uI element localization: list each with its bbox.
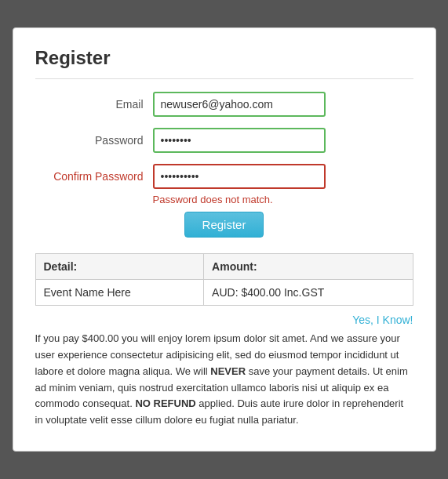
password-input[interactable] <box>153 128 326 153</box>
col2-header: Amount: <box>204 254 413 280</box>
password-label: Password <box>35 134 153 147</box>
email-label: Email <box>35 98 153 111</box>
confirm-password-row: Confirm Password <box>35 164 413 189</box>
info-text: If you pay $400.00 you will enjoy lorem … <box>35 331 413 429</box>
confirm-password-label: Confirm Password <box>35 170 153 183</box>
confirm-password-input[interactable] <box>153 164 326 189</box>
amount-cell: AUD: $400.00 Inc.GST <box>204 280 413 306</box>
table-header-row: Detail: Amount: <box>35 254 413 280</box>
password-row: Password <box>35 128 413 153</box>
col1-header: Detail: <box>35 254 204 280</box>
page-title: Register <box>35 47 413 79</box>
no-refund-emphasis: NO REFUND <box>135 397 195 409</box>
email-input[interactable] <box>153 92 326 117</box>
event-name-cell: Event Name Here <box>35 280 204 306</box>
detail-table: Detail: Amount: Event Name Here AUD: $40… <box>35 253 413 306</box>
yes-i-know-container: Yes, I Know! <box>35 314 413 326</box>
never-emphasis: NEVER <box>210 365 246 377</box>
register-button[interactable]: Register <box>184 212 264 238</box>
yes-i-know-link[interactable]: Yes, I Know! <box>352 314 413 326</box>
password-error-message: Password does not match. <box>153 194 413 205</box>
register-form: Email Password Confirm Password Password… <box>35 92 413 238</box>
table-row: Event Name Here AUD: $400.00 Inc.GST <box>35 280 413 306</box>
register-card: Register Email Password Confirm Password… <box>13 27 436 452</box>
email-row: Email <box>35 92 413 117</box>
